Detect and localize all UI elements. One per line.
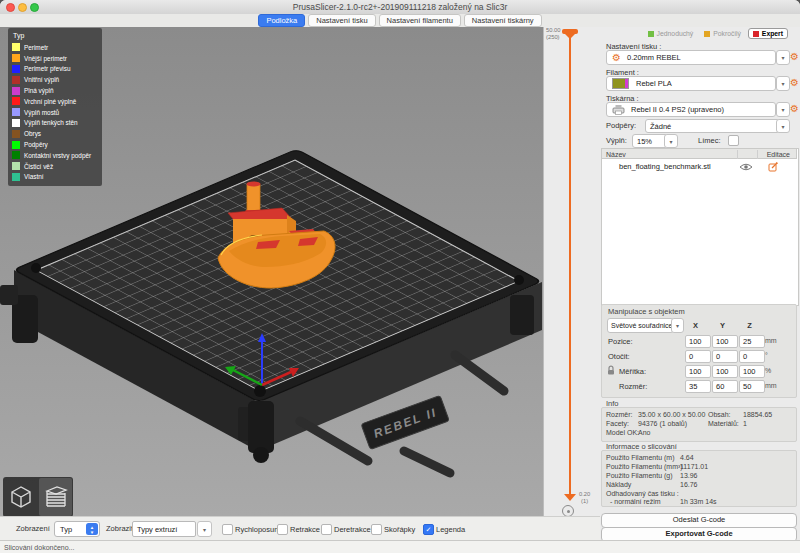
edit-column-header[interactable]: Editace — [767, 151, 790, 158]
printer-select[interactable]: Rebel II 0.4 PS2 (upraveno) — [606, 102, 776, 117]
shells-checkbox[interactable] — [371, 524, 382, 535]
color-swatch — [12, 173, 20, 181]
preview-layers-view-button[interactable] — [39, 478, 72, 516]
legend-item: Vnější perimetr — [12, 53, 98, 64]
scale-y-field[interactable]: 100 — [712, 365, 738, 378]
size-y-field[interactable]: 60 — [712, 380, 738, 393]
preview-toolbar: Zobrazení Typ ▲▼ Zobrazit Typy extruzí ▾… — [0, 516, 600, 541]
scale-z-field[interactable]: 100 — [739, 365, 765, 378]
size-x-field[interactable]: 35 — [685, 380, 711, 393]
supports-dropdown-button[interactable]: ▾ — [776, 119, 790, 133]
model-volume-value: 18854.65 — [743, 411, 772, 418]
deretractions-checkbox[interactable] — [321, 524, 332, 535]
name-column-header[interactable]: Název — [606, 151, 626, 158]
slice-info-panel: Použito Filamentu (m) 4.64 Použito Filam… — [601, 450, 797, 507]
view-mode-switcher — [3, 477, 73, 516]
infill-dropdown-button[interactable]: ▾ — [664, 134, 678, 148]
filament-dropdown-button[interactable]: ▾ — [776, 76, 790, 91]
print-settings-select[interactable]: ⚙ 0.20mm REBEL — [606, 50, 776, 65]
view-mode-label: Zobrazení — [16, 524, 50, 533]
eye-visibility-icon[interactable] — [739, 163, 753, 171]
prusaslicer-window: PrusaSlicer-2.1.0-rc2+-201909111218 zalo… — [0, 0, 800, 553]
infill-label: Výplň: — [606, 136, 627, 145]
send-gcode-button[interactable]: Odeslat G-code — [601, 513, 797, 528]
tab-print-settings[interactable]: Nastavení tisku — [308, 14, 375, 27]
position-x-field[interactable]: 100 — [685, 335, 711, 348]
tab-filament-settings[interactable]: Nastavení filamentu — [379, 14, 461, 27]
advanced-mode-color — [704, 31, 710, 37]
feature-type-legend: Typ Perimetr Vnější perimetr Perimetr př… — [8, 28, 102, 186]
layer-slider-top-arrow[interactable] — [565, 34, 575, 39]
view-mode-popup[interactable]: Typ ▲▼ — [54, 521, 100, 537]
mode-expert-button[interactable]: Expert — [748, 28, 788, 39]
print-time-value: 1h 33m 14s — [680, 498, 717, 505]
mode-advanced-button[interactable]: Pokročilý — [700, 28, 745, 39]
rotate-y-field[interactable]: 0 — [712, 350, 738, 363]
settings-panel: Jednoduchý Pokročilý Expert Nastavení ti… — [600, 27, 800, 540]
filament-used-m: 4.64 — [680, 454, 694, 461]
show-features-dropdown-button[interactable]: ▾ — [197, 521, 212, 537]
printer-dropdown-button[interactable]: ▾ — [776, 102, 790, 117]
color-swatch — [12, 130, 20, 138]
object-name: ben_floating_benchmark.stl — [619, 162, 711, 171]
infill-select[interactable]: 15% — [632, 134, 668, 148]
legend-checkbox[interactable]: ✓ — [423, 524, 434, 535]
materials-value: 1 — [743, 420, 747, 427]
supports-label: Podpěry: — [606, 121, 636, 130]
legend-item: Plná výplň — [12, 85, 98, 96]
slider-max-height: 50.00 — [546, 27, 561, 34]
tab-printer-settings[interactable]: Nastavení tiskárny — [464, 14, 542, 27]
filament-used-mm3: 11171.01 — [680, 463, 708, 470]
title-bar: PrusaSlicer-2.1.0-rc2+-201909111218 zalo… — [0, 0, 800, 15]
tab-plater[interactable]: Podložka — [258, 14, 305, 27]
supports-select[interactable]: Žádné — [645, 119, 780, 133]
printer-foot-front — [248, 401, 274, 453]
cube-icon — [8, 483, 34, 511]
size-label: Rozměr: — [619, 382, 647, 391]
print-settings-dropdown-button[interactable]: ▾ — [776, 50, 790, 65]
facets-value: 94376 (1 obalů) — [638, 420, 687, 427]
legend-title: Typ — [13, 32, 98, 39]
filament-select[interactable]: Rebel PLA — [606, 76, 776, 91]
model-ok-value: Ano — [638, 429, 650, 436]
brim-checkbox[interactable] — [728, 135, 739, 146]
position-z-field[interactable]: 25 — [739, 335, 765, 348]
color-swatch — [12, 119, 20, 127]
retractions-checkbox[interactable] — [277, 524, 288, 535]
printer-gear-icon[interactable]: ⚙ — [790, 104, 799, 114]
travel-checkbox[interactable] — [222, 524, 233, 535]
3d-preview-viewport[interactable]: REBEL II — [0, 27, 543, 516]
status-message: Slicování dokončeno... — [4, 544, 74, 551]
layer-slider-bottom-handle[interactable] — [564, 494, 576, 501]
printer-icon — [612, 104, 625, 115]
slider-min-layer: (1) — [581, 498, 588, 505]
scale-x-field[interactable]: 100 — [685, 365, 711, 378]
3d-editor-view-button[interactable] — [4, 478, 37, 516]
print-settings-gear-icon[interactable]: ⚙ — [790, 52, 799, 62]
expert-mode-color — [753, 31, 759, 37]
object-list-row[interactable]: ben_floating_benchmark.stl — [601, 160, 797, 172]
manipulation-title: Manipulace s objektem — [608, 307, 685, 316]
coordinates-select[interactable]: Světové souřadnice — [607, 318, 674, 333]
position-y-field[interactable]: 100 — [712, 335, 738, 348]
edit-object-icon[interactable] — [768, 162, 778, 172]
color-swatch — [12, 54, 20, 62]
legend-item: Kontaktní vrstvy podpěr — [12, 150, 98, 161]
layer-slider-track[interactable] — [569, 34, 571, 496]
window-title: PrusaSlicer-2.1.0-rc2+-201909111218 zalo… — [0, 2, 800, 12]
status-bar: Slicování dokončeno... — [0, 540, 800, 553]
position-label: Pozice: — [608, 337, 633, 346]
popup-stepper-icon: ▲▼ — [86, 523, 98, 535]
mode-simple-button[interactable]: Jednoduchý — [644, 28, 698, 39]
filament-gear-icon[interactable]: ⚙ — [790, 78, 799, 88]
brim-label: Límec: — [698, 136, 721, 145]
legend-item: Vrchní plné výplně — [12, 96, 98, 107]
rotate-x-field[interactable]: 0 — [685, 350, 711, 363]
coordinates-dropdown-button[interactable]: ▾ — [671, 318, 684, 333]
color-swatch — [12, 141, 20, 149]
size-z-field[interactable]: 50 — [739, 380, 765, 393]
printer-rod — [300, 421, 368, 461]
uniform-scale-lock-icon[interactable] — [607, 365, 615, 375]
show-features-input[interactable]: Typy extruzí — [132, 521, 196, 537]
rotate-z-field[interactable]: 0 — [739, 350, 765, 363]
